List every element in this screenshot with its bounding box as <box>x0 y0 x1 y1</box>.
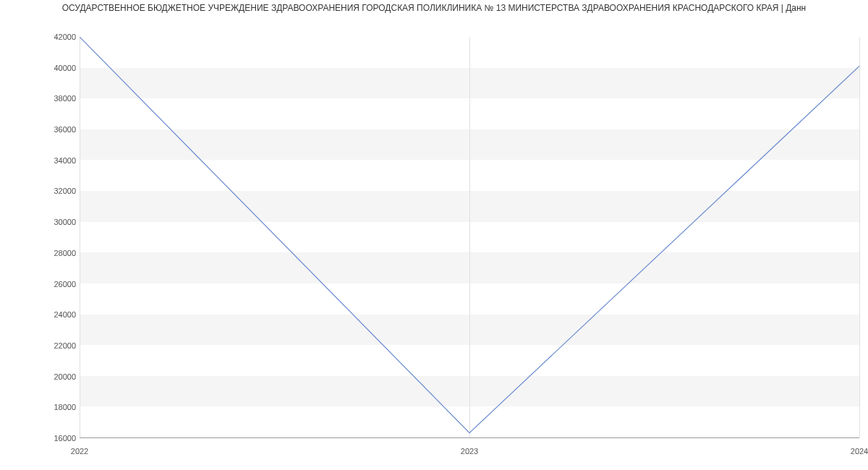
y-tick-label: 40000 <box>33 64 76 72</box>
y-tick-label: 26000 <box>33 280 76 289</box>
y-tick-label: 20000 <box>33 372 76 381</box>
y-tick-label: 30000 <box>33 218 76 226</box>
x-gridline <box>80 37 80 437</box>
chart-title: ОСУДАРСТВЕННОЕ БЮДЖЕТНОЕ УЧРЕЖДЕНИЕ ЗДРА… <box>0 0 868 19</box>
x-gridline <box>859 37 860 437</box>
x-tick-label: 2023 <box>461 447 478 456</box>
plot-area[interactable] <box>80 37 859 438</box>
x-gridline <box>469 37 470 437</box>
y-tick-label: 18000 <box>33 403 76 411</box>
y-tick-label: 16000 <box>33 434 76 443</box>
y-tick-label: 36000 <box>33 125 76 134</box>
y-tick-label: 34000 <box>33 156 76 165</box>
y-tick-label: 24000 <box>33 310 76 319</box>
chart-container: 1600018000200002200024000260002800030000… <box>0 19 868 460</box>
y-tick-label: 32000 <box>33 187 76 195</box>
x-tick-label: 2022 <box>71 447 88 456</box>
y-tick-label: 22000 <box>33 341 76 350</box>
y-tick-label: 42000 <box>33 33 76 41</box>
y-tick-label: 28000 <box>33 249 76 257</box>
y-tick-label: 38000 <box>33 94 76 103</box>
x-tick-label: 2024 <box>851 447 868 456</box>
